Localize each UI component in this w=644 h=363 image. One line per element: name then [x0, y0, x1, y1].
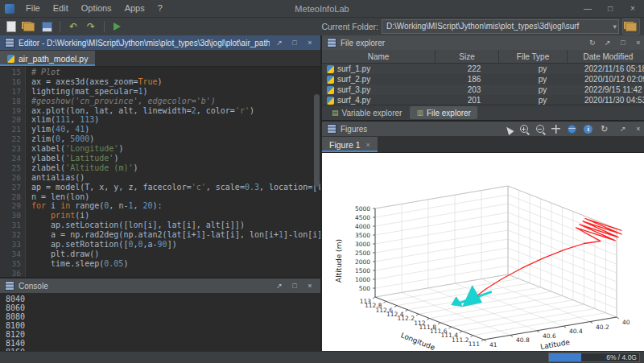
code-line[interactable]: a = np.rad2deg(np.atan2(lat[i+1]-lat[i],… [31, 230, 320, 240]
code-line[interactable]: print(i) [31, 211, 320, 221]
redo-button[interactable]: ↷ [84, 19, 98, 34]
close-panel-icon[interactable]: × [304, 35, 316, 50]
figure-3d-plot[interactable]: 111111.2111.4111.6111.8112112.2112.4112.… [322, 153, 644, 356]
zoom-in-button[interactable] [518, 123, 530, 134]
code-line[interactable]: ax = axes3d(axes_zoom=True) [31, 77, 320, 87]
float-panel-icon[interactable]: ↗ [617, 122, 629, 136]
column-header-size[interactable]: Size [436, 50, 499, 63]
code-line[interactable]: ax.plot(lon, lat, alt, linewidth=2, colo… [31, 106, 320, 116]
pan-button[interactable] [551, 123, 562, 134]
scrollbar-thumb[interactable] [314, 94, 320, 187]
file-name-cell: surf_4.py [322, 96, 441, 105]
x-tick-label: 112 [414, 320, 426, 327]
refresh-icon[interactable]: ↻ [587, 35, 598, 50]
line-number: 28 [0, 192, 21, 202]
y-tick-label: 40.4 [569, 328, 583, 335]
minimize-button[interactable]: — [576, 0, 599, 17]
table-row[interactable]: surf_2.py186py2020/10/12 02:09 [322, 74, 644, 85]
tab-file-explorer[interactable]: ▥ File explorer [410, 106, 477, 119]
save-button[interactable] [39, 19, 54, 34]
maximize-panel-icon[interactable]: □ [289, 278, 300, 293]
code-token: ]-lat[i], lon[i+ [201, 230, 279, 239]
memory-indicator[interactable]: 6% / 4.0G [548, 353, 640, 362]
code-line[interactable]: # Plot [31, 68, 320, 77]
identify-button[interactable] [583, 123, 594, 134]
undo-button[interactable]: ↶ [66, 19, 80, 34]
code-line[interactable]: time.sleep(0.05) [31, 259, 320, 269]
current-folder-combobox[interactable]: D:\Working\MIScript\Jython\mis\plot_type… [382, 19, 619, 34]
maximize-button[interactable]: □ [599, 0, 621, 17]
close-button[interactable]: × [621, 0, 644, 17]
float-panel-icon[interactable]: ↗ [274, 35, 285, 50]
browse-folder-button[interactable] [622, 19, 640, 35]
editor-body[interactable]: 1516171819202122232425262728293031323334… [0, 67, 320, 277]
file-date-cell: 2022/11/16 05:18 [578, 64, 644, 73]
chevron-down-icon[interactable]: ▾ [613, 20, 617, 33]
close-figure-icon[interactable]: × [366, 141, 370, 149]
table-row[interactable]: surf_3.py203py2022/9/15 11:42 [322, 85, 644, 95]
code-line[interactable]: lighting(mat_specular=1) [31, 87, 320, 97]
full-extent-button[interactable] [567, 123, 578, 134]
main-area: Editor - D:\Working\MIScript\Jython\mis\… [0, 35, 644, 352]
maximize-panel-icon[interactable]: □ [617, 35, 629, 50]
code-line[interactable]: antialias() [31, 173, 320, 183]
file-size-cell: 186 [441, 75, 507, 84]
tick-mark [373, 297, 375, 299]
editor-panel-title: Editor - D:\Working\MIScript\Jython\mis\… [19, 39, 270, 47]
editor-code[interactable]: # Plotax = axes3d(axes_zoom=True)lightin… [26, 67, 320, 277]
table-row[interactable]: surf_4.py201py2020/11/30 04:53 [322, 95, 644, 105]
column-header-name[interactable]: Name [322, 50, 436, 63]
info-icon [584, 125, 592, 134]
menu-options[interactable]: Options [75, 0, 118, 17]
tab-air-path-model[interactable]: air_path_model.py [0, 51, 95, 66]
new-file-button[interactable] [4, 19, 19, 34]
menu-apps[interactable]: Apps [118, 0, 151, 17]
editor-scrollbar[interactable] [314, 70, 320, 272]
float-panel-icon[interactable]: ↗ [274, 278, 285, 293]
menu-help[interactable]: ? [151, 0, 169, 17]
code-line[interactable]: zlim(0, 5000) [31, 134, 320, 144]
close-panel-icon[interactable]: × [304, 278, 316, 293]
code-line[interactable]: ap.setRotation([0,0,a-90]) [31, 240, 320, 250]
column-header-datemodified[interactable]: Date Modified [568, 50, 644, 63]
figure-canvas-area[interactable]: 111111.2111.4111.6111.8112112.2112.4112.… [322, 153, 644, 357]
file-explorer-tab-label: File explorer [427, 109, 471, 118]
code-line[interactable] [31, 269, 320, 277]
float-panel-icon[interactable]: ↗ [602, 35, 613, 50]
tick-mark [471, 336, 473, 337]
file-name-text: surf_4.py [337, 96, 370, 105]
run-script-button[interactable] [110, 19, 125, 34]
table-row[interactable]: surf_1.py222py2022/11/16 05:18 [322, 64, 644, 74]
file-explorer-tab-icon: ▥ [416, 109, 423, 117]
console-output[interactable]: 8040806080808100812081408160 [0, 293, 320, 358]
code-line[interactable]: plt.draw() [31, 250, 320, 259]
code-line[interactable]: ap.setLocation([lon[i], lat[i], alt[i]]) [31, 221, 320, 230]
close-panel-icon[interactable]: × [633, 35, 644, 50]
zoom-out-button[interactable] [535, 123, 546, 134]
menu-edit[interactable]: Edit [47, 0, 75, 17]
code-line[interactable]: for i in range(0, n-1, 20): [31, 201, 320, 211]
code-line[interactable]: ap = model(T, x, y, z, facecolor='c', sc… [31, 183, 320, 192]
code-line[interactable]: ylim(40, 41) [31, 125, 320, 134]
maximize-panel-icon[interactable]: □ [289, 35, 300, 50]
line-number: 34 [0, 250, 21, 259]
y-tick-label: 40.2 [596, 324, 609, 331]
code-token: 0.3 [245, 183, 259, 192]
column-header-filetype[interactable]: File Type [499, 50, 568, 63]
code-line[interactable]: n = len(lon) [31, 192, 320, 202]
select-tool-button[interactable] [502, 123, 514, 134]
line-number: 35 [0, 259, 21, 269]
code-line[interactable]: zlabel('Altitude (m)') [31, 163, 320, 173]
code-line[interactable]: #geoshow('cn_province', edgecolor='b') [31, 97, 320, 106]
menu-file[interactable]: File [19, 0, 47, 17]
save-icon [42, 22, 52, 32]
code-line[interactable]: ylabel('Latitude') [31, 154, 320, 163]
close-panel-icon[interactable]: × [633, 122, 644, 136]
code-line[interactable]: xlabel('Longitude') [31, 144, 320, 154]
tab-variable-explorer[interactable]: ▤ Variable explorer [325, 106, 408, 119]
code-line[interactable]: xlim(111, 113) [31, 115, 320, 125]
open-file-button[interactable] [22, 19, 36, 34]
rotate-button[interactable]: ↻ [599, 123, 610, 134]
tab-figure-1[interactable]: Figure 1 × [322, 137, 378, 152]
code-token: zlabel( [31, 163, 65, 172]
